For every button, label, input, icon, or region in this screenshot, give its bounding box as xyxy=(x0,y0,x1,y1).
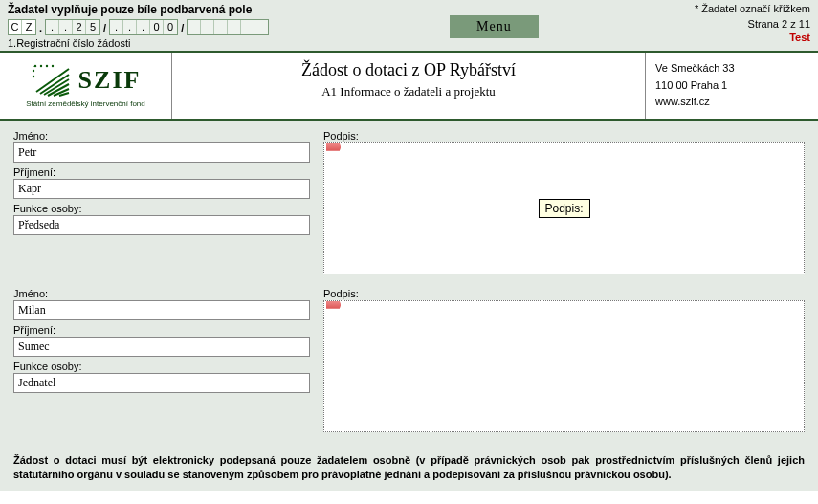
reg-label: 1.Registrační číslo žádosti xyxy=(8,37,619,49)
reg-group-1: CZ xyxy=(8,19,36,35)
svg-point-5 xyxy=(32,70,33,72)
jmeno-input[interactable] xyxy=(13,300,310,320)
funkce-label: Funkce osoby: xyxy=(13,361,310,372)
signature-tooltip: Podpis: xyxy=(538,199,589,218)
funkce-input[interactable] xyxy=(13,215,310,235)
reg-sep: . xyxy=(37,22,44,33)
reg-sep: / xyxy=(179,22,186,33)
reg-group-3: ...00 xyxy=(109,19,178,35)
signature-marker-icon xyxy=(326,143,341,151)
logo-cell: SZIF Státní zemědělský intervenční fond xyxy=(0,53,172,119)
signature-marker-icon xyxy=(326,301,341,309)
prijmeni-input[interactable] xyxy=(13,337,310,357)
instruction-text: Žadatel vyplňuje pouze bíle podbarvená p… xyxy=(8,3,619,16)
svg-point-1 xyxy=(33,65,35,67)
test-label: Test xyxy=(619,32,810,43)
svg-point-6 xyxy=(32,76,33,77)
page-title: Žádost o dotaci z OP Rybářství xyxy=(180,60,637,80)
svg-point-2 xyxy=(39,65,41,67)
address-website: www.szif.cz xyxy=(655,94,808,111)
podpis-label: Podpis: xyxy=(323,130,805,142)
prijmeni-input[interactable] xyxy=(13,179,310,199)
person-block: Jméno: Příjmení: Funkce osoby: Podpis: P… xyxy=(13,130,805,274)
reg-group-4 xyxy=(187,19,269,35)
svg-point-3 xyxy=(45,65,47,67)
prijmeni-label: Příjmení: xyxy=(13,166,310,178)
szif-logo-icon xyxy=(31,63,73,98)
signature-field[interactable]: Podpis: xyxy=(323,142,805,274)
address-line-2: 110 00 Praha 1 xyxy=(655,77,808,95)
person-block: Jméno: Příjmení: Funkce osoby: Podpis: xyxy=(13,288,805,432)
logo-text: SZIF xyxy=(78,68,142,93)
podpis-label: Podpis: xyxy=(323,288,805,299)
reg-group-2: ..25 xyxy=(45,19,100,35)
jmeno-label: Jméno: xyxy=(13,130,310,142)
logo-subtitle: Státní zemědělský intervenční fond xyxy=(26,99,145,108)
address-line-1: Ve Smečkách 33 xyxy=(655,60,808,77)
menu-button[interactable]: Menu xyxy=(450,15,539,38)
funkce-input[interactable] xyxy=(13,373,310,393)
hint-text: * Žadatel označí křížkem xyxy=(619,3,810,14)
signature-field[interactable] xyxy=(323,300,805,432)
funkce-label: Funkce osoby: xyxy=(13,203,310,214)
svg-point-4 xyxy=(51,65,53,67)
reg-sep: / xyxy=(101,22,108,33)
prijmeni-label: Příjmení: xyxy=(13,324,310,336)
footer-note: Žádost o dotaci musí být elektronicky po… xyxy=(0,446,818,492)
jmeno-input[interactable] xyxy=(13,142,310,163)
jmeno-label: Jméno: xyxy=(13,288,310,299)
page-subtitle: A1 Informace o žadateli a projektu xyxy=(180,84,637,99)
address-block: Ve Smečkách 33 110 00 Praha 1 www.szif.c… xyxy=(646,53,818,119)
page-number: Strana 2 z 11 xyxy=(619,18,810,30)
